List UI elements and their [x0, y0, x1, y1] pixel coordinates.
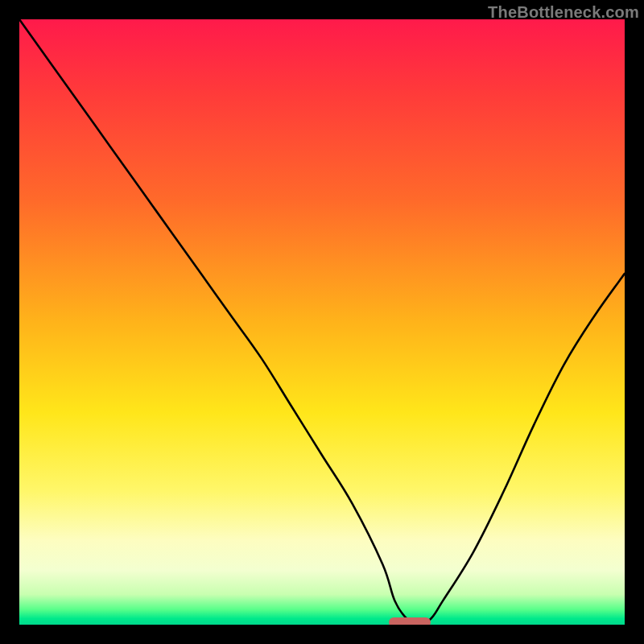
- watermark-text: TheBottleneck.com: [488, 3, 639, 22]
- chart-frame: TheBottleneck.com: [0, 0, 644, 644]
- optimal-range-marker: [389, 617, 431, 625]
- plot-area: [19, 19, 625, 625]
- bottleneck-curve: [19, 19, 625, 625]
